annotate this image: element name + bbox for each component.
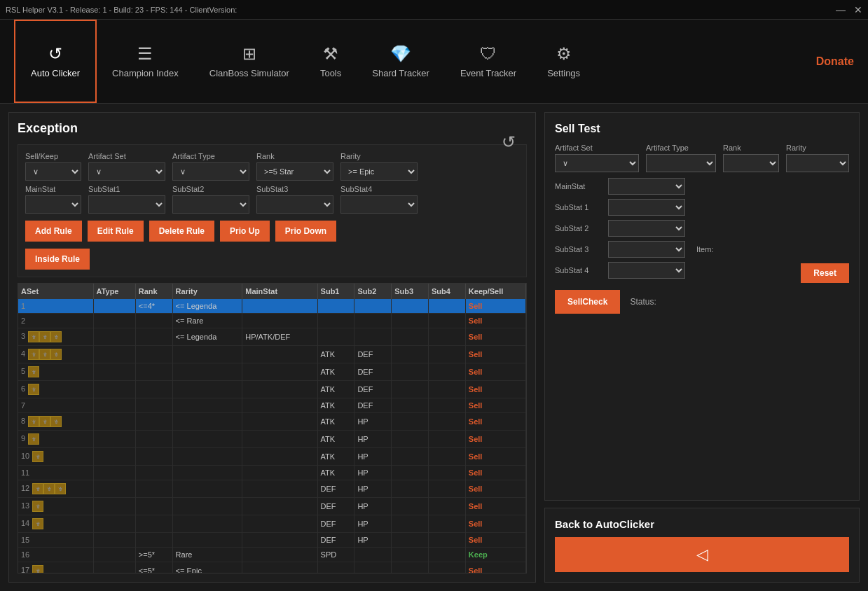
reset-icon[interactable]: ↺	[502, 132, 516, 152]
col-rarity: Rarity	[172, 284, 242, 299]
substat1-select[interactable]	[88, 195, 165, 214]
col-sub4	[429, 346, 466, 363]
rarity-select[interactable]: >= Epic	[340, 162, 418, 181]
substat3-select[interactable]	[256, 195, 333, 214]
artifact-icon: 🗡	[32, 501, 43, 512]
buttons-row: Add Rule Edit Rule Delete Rule Prio Up P…	[25, 221, 519, 242]
col-sub4: Sub4	[429, 284, 466, 299]
titlebar: RSL Helper V3.1 - Release: 1 - Build: 23…	[0, 0, 868, 20]
prio-up-button[interactable]: Prio Up	[220, 221, 270, 242]
st-rank-select[interactable]	[723, 154, 779, 172]
col-mainstat	[242, 480, 317, 498]
substat2-select[interactable]	[172, 195, 249, 214]
artifact-type-select[interactable]: ∨	[172, 162, 249, 181]
col-sub3	[392, 448, 429, 466]
st-artifact-set-select[interactable]: ∨	[555, 154, 639, 172]
rank-select[interactable]: >=5 Star	[256, 162, 333, 181]
col-atype	[93, 548, 135, 562]
table-row[interactable]: 12🗡🗡🗡DEFHPSell	[18, 480, 526, 498]
nav-clanboss-simulator[interactable]: ⊞ ClanBoss Simulator	[194, 20, 305, 103]
rules-table-container[interactable]: ASet AType Rank Rarity MainStat Sub1 Sub…	[18, 283, 527, 573]
col-sub3	[392, 363, 429, 381]
st-substat2-select[interactable]	[608, 220, 685, 237]
table-row[interactable]: 14🗡DEFHPSell	[18, 515, 526, 533]
col-sub2	[354, 299, 392, 314]
col-sub2: HP	[354, 515, 392, 533]
col-sub2: DEF	[354, 346, 392, 363]
inside-rule-row: Inside Rule	[25, 249, 519, 270]
table-row[interactable]: 16>=5*RareSPDKeep	[18, 548, 526, 562]
close-icon[interactable]: ✕	[854, 4, 862, 15]
sell-check-button[interactable]: SellCheck	[555, 290, 620, 314]
reset-button[interactable]: Reset	[801, 263, 849, 283]
table-row[interactable]: 8🗡🗡🗡ATKHPSell	[18, 413, 526, 431]
col-rarity	[172, 431, 242, 448]
artifact-set-select[interactable]: ∨	[88, 162, 165, 181]
table-row[interactable]: 5🗡ATKDEFSell	[18, 363, 526, 381]
col-sub3	[392, 562, 429, 574]
edit-rule-button[interactable]: Edit Rule	[88, 221, 144, 242]
back-button[interactable]: ◁	[555, 537, 849, 572]
col-sub3	[392, 398, 429, 413]
table-row[interactable]: 1<=4*<= LegendaSell	[18, 299, 526, 314]
st-rarity-select[interactable]	[786, 154, 849, 172]
st-substat3-select[interactable]	[608, 241, 685, 258]
col-sub1: ATK	[317, 381, 354, 398]
table-row[interactable]: 13🗡DEFHPSell	[18, 498, 526, 515]
col-rank	[135, 381, 172, 398]
artifact-icon: 🗡	[28, 384, 39, 395]
prio-down-button[interactable]: Prio Down	[275, 221, 336, 242]
inside-rule-button[interactable]: Inside Rule	[25, 249, 90, 270]
donate-button[interactable]: Donate	[816, 55, 854, 68]
nav-champion-index[interactable]: ☰ Champion Index	[97, 20, 194, 103]
table-row[interactable]: 4🗡🗡🗡ATKDEFSell	[18, 346, 526, 363]
col-aset: ASet	[18, 284, 93, 299]
mainstat-select[interactable]	[25, 195, 81, 214]
col-mainstat	[242, 381, 317, 398]
table-row[interactable]: 7ATKDEFSell	[18, 398, 526, 413]
rarity-label: Rarity	[340, 152, 418, 160]
add-rule-button[interactable]: Add Rule	[25, 221, 82, 242]
col-mainstat	[242, 466, 317, 480]
col-rarity: <= Epic	[172, 562, 242, 574]
col-aset: 9🗡	[18, 431, 93, 448]
artifact-icon: 🗡	[50, 416, 62, 427]
nav-tools[interactable]: ⚒ Tools	[305, 20, 357, 103]
st-rarity-label: Rarity	[786, 144, 849, 152]
table-row[interactable]: 10🗡ATKHPSell	[18, 448, 526, 466]
st-substat1-label: SubStat 1	[555, 203, 604, 211]
substat4-select[interactable]	[340, 195, 418, 214]
nav-event-tracker[interactable]: 🛡 Event Tracker	[445, 20, 532, 103]
col-rarity	[172, 533, 242, 548]
st-mainstat-select[interactable]	[608, 178, 685, 195]
substat4-group: SubStat4	[340, 185, 418, 214]
col-sub3	[392, 328, 429, 346]
auto-clicker-icon: ↺	[48, 44, 62, 64]
table-row[interactable]: 15DEFHPSell	[18, 533, 526, 548]
table-row[interactable]: 6🗡ATKDEFSell	[18, 381, 526, 398]
table-row[interactable]: 2<= RareSell	[18, 314, 526, 328]
col-sub3	[392, 466, 429, 480]
nav-auto-clicker[interactable]: ↺ Auto Clicker	[14, 20, 97, 103]
st-substat1-row: SubStat 1	[555, 199, 787, 216]
nav-settings[interactable]: ⚙ Settings	[532, 20, 595, 103]
st-artifact-type-select[interactable]	[646, 154, 716, 172]
col-sub2: HP	[354, 431, 392, 448]
st-substat4-select[interactable]	[608, 262, 685, 279]
table-row[interactable]: 9🗡ATKHPSell	[18, 431, 526, 448]
nav-shard-tracker[interactable]: 💎 Shard Tracker	[357, 20, 445, 103]
sell-keep-select[interactable]: ∨	[25, 162, 81, 181]
back-panel: Back to AutoClicker ◁	[544, 508, 860, 583]
table-row[interactable]: 17🗡<=5*<= EpicSell	[18, 562, 526, 574]
delete-rule-button[interactable]: Delete Rule	[149, 221, 214, 242]
col-sub4	[429, 381, 466, 398]
table-row[interactable]: 3🗡🗡🗡<= LegendaHP/ATK/DEFSell	[18, 328, 526, 346]
col-keepsell: Sell	[465, 533, 525, 548]
table-row[interactable]: 11ATKHPSell	[18, 466, 526, 480]
col-sub3	[392, 515, 429, 533]
col-sub1: ATK	[317, 413, 354, 431]
col-sub1: SPD	[317, 548, 354, 562]
minimize-icon[interactable]: —	[836, 4, 846, 15]
col-sub3	[392, 299, 429, 314]
st-substat1-select[interactable]	[608, 199, 685, 216]
